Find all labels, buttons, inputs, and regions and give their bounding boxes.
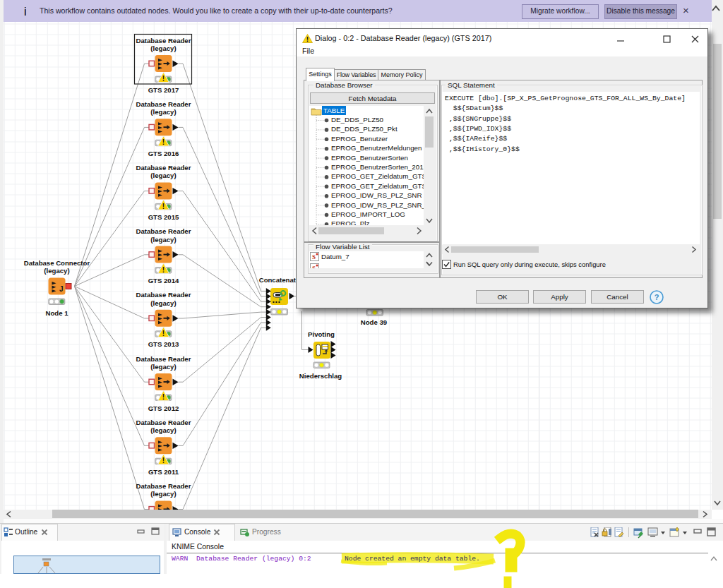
- svg-text:(legacy): (legacy): [150, 44, 176, 52]
- svg-text:GTS 2011: GTS 2011: [148, 468, 179, 476]
- svg-text:Concatenate: Concatenate: [259, 276, 300, 284]
- svg-text:GTS 2017: GTS 2017: [148, 86, 179, 94]
- svg-text:J: J: [59, 285, 64, 293]
- svg-text:(legacy): (legacy): [150, 172, 176, 179]
- svg-text:?: ?: [655, 293, 659, 301]
- svg-text:GTS 2012: GTS 2012: [148, 404, 179, 412]
- svg-text:(legacy): (legacy): [44, 267, 69, 275]
- svg-text:Database Reader: Database Reader: [136, 355, 191, 363]
- svg-text:!: !: [162, 75, 165, 83]
- svg-text:Pivoting: Pivoting: [308, 330, 335, 338]
- svg-text:(legacy): (legacy): [150, 299, 176, 307]
- svg-text:Database Reader: Database Reader: [136, 37, 191, 44]
- svg-text:GTS 2016: GTS 2016: [148, 150, 179, 157]
- svg-text:!: !: [162, 266, 165, 274]
- svg-text:Niederschlag: Niederschlag: [299, 372, 342, 380]
- svg-text:Node 1: Node 1: [46, 309, 69, 317]
- svg-text:S: S: [312, 253, 316, 260]
- svg-text:GTS 2014: GTS 2014: [148, 277, 179, 284]
- svg-text:Database Connector: Database Connector: [24, 259, 90, 267]
- svg-text:!: !: [162, 203, 165, 210]
- svg-text:(legacy): (legacy): [150, 108, 176, 116]
- svg-text:(legacy): (legacy): [150, 363, 176, 371]
- svg-text:Database Reader: Database Reader: [136, 291, 191, 299]
- svg-text:GTS 2015: GTS 2015: [148, 213, 179, 221]
- svg-text:(legacy): (legacy): [150, 426, 176, 434]
- svg-text:Database Reader: Database Reader: [136, 100, 191, 108]
- svg-text:Database Reader: Database Reader: [136, 227, 191, 235]
- svg-text:!: !: [162, 393, 165, 401]
- svg-text:Database Reader: Database Reader: [136, 164, 191, 172]
- svg-text:S: S: [312, 265, 316, 268]
- svg-text:(legacy): (legacy): [150, 236, 176, 244]
- svg-text:(legacy): (legacy): [150, 490, 176, 498]
- svg-text:Database Reader: Database Reader: [136, 482, 191, 490]
- svg-text:!: !: [162, 138, 165, 146]
- svg-text:GTS 2013: GTS 2013: [148, 340, 179, 348]
- svg-text:Database Reader: Database Reader: [136, 419, 191, 426]
- svg-text:!: !: [162, 457, 165, 464]
- svg-text:!: !: [162, 330, 165, 337]
- svg-text:Node 39: Node 39: [361, 318, 387, 326]
